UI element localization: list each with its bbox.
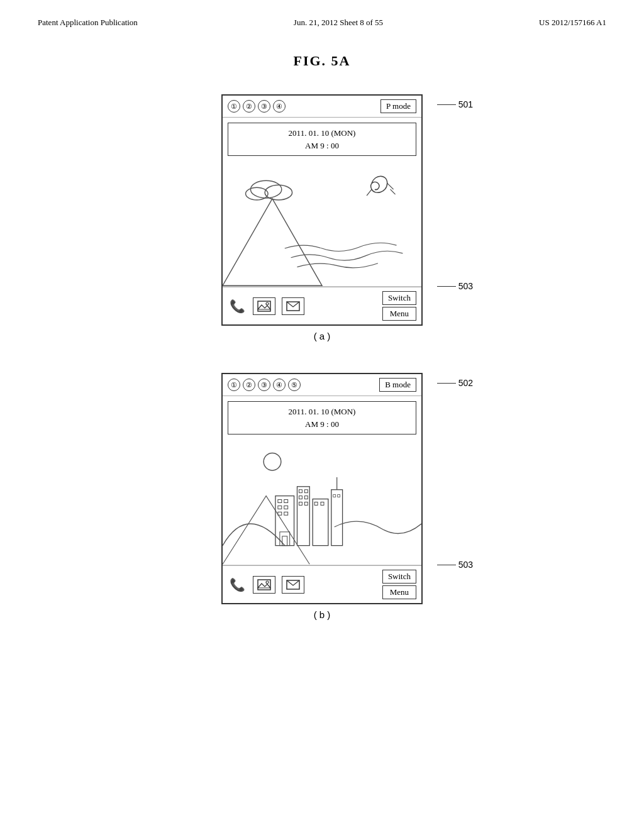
mode-box-b: B mode	[379, 378, 416, 392]
top-bar-a: ① ② ③ ④ P mode	[223, 96, 421, 118]
svg-rect-27	[314, 502, 318, 506]
bottom-icons-b: 📞	[228, 576, 304, 594]
indicator-b4: ④	[273, 379, 286, 391]
svg-rect-20	[299, 490, 302, 493]
svg-rect-28	[321, 502, 324, 506]
diagram-a-wrapper: ① ② ③ ④ P mode 2011. 01. 10 (MON) AM 9 :…	[221, 94, 423, 341]
datetime-line1-b: 2011. 01. 10 (MON)	[236, 406, 408, 418]
bottom-bar-a: 📞	[223, 287, 421, 324]
annotation-501-line	[437, 104, 456, 105]
diagram-b-label: ( b )	[314, 609, 331, 620]
indicator-b3: ③	[258, 379, 270, 391]
annotation-502-label: 502	[458, 378, 473, 388]
svg-rect-23	[304, 496, 308, 499]
annotation-503-a: 503	[437, 281, 473, 291]
annotation-503-b: 503	[437, 560, 473, 570]
mode-box-a: P mode	[380, 99, 416, 113]
switch-button-a[interactable]: Switch	[382, 291, 416, 305]
annotation-503-b-line	[437, 565, 456, 565]
svg-rect-32	[338, 495, 340, 497]
diagram-a-container: ① ② ③ ④ P mode 2011. 01. 10 (MON) AM 9 :…	[221, 94, 423, 326]
svg-rect-18	[284, 512, 288, 515]
header-center: Jun. 21, 2012 Sheet 8 of 55	[294, 18, 383, 28]
header-left: Patent Application Publication	[38, 18, 138, 28]
screen-content-b	[223, 440, 421, 565]
mail-icon-a	[282, 297, 304, 315]
diagram-a-label: ( a )	[314, 331, 331, 341]
menu-button-b[interactable]: Menu	[382, 585, 416, 599]
svg-rect-14	[284, 500, 288, 503]
menu-button-a[interactable]: Menu	[382, 307, 416, 321]
switch-button-b[interactable]: Switch	[382, 570, 416, 584]
scene-b-svg	[223, 440, 421, 565]
svg-marker-8	[258, 305, 270, 309]
svg-line-3	[367, 189, 372, 196]
scene-a-svg	[223, 161, 421, 286]
annotation-503-a-label: 503	[458, 281, 473, 291]
screen-content-a	[223, 161, 421, 287]
annotation-503-a-line	[437, 286, 456, 287]
annotation-501: 501	[437, 99, 473, 109]
gallery-icon-a	[253, 297, 275, 315]
svg-rect-19	[297, 487, 310, 546]
phone-icon-a: 📞	[228, 297, 247, 315]
svg-marker-36	[258, 584, 270, 588]
svg-rect-31	[333, 495, 336, 497]
indicator-b2: ②	[243, 379, 255, 391]
phone-screen-b: ① ② ③ ④ ⑤ B mode 2011. 01. 10 (MON) AM 9…	[221, 373, 423, 604]
svg-rect-26	[313, 499, 328, 546]
indicator-b5: ⑤	[288, 379, 301, 391]
indicators-b: ① ② ③ ④ ⑤	[228, 379, 301, 391]
svg-rect-33	[280, 532, 290, 546]
switch-menu-b: Switch Menu	[382, 570, 416, 599]
diagram-b-wrapper: ① ② ③ ④ ⑤ B mode 2011. 01. 10 (MON) AM 9…	[221, 373, 423, 620]
datetime-box-b: 2011. 01. 10 (MON) AM 9 : 00	[228, 401, 416, 434]
datetime-box-a: 2011. 01. 10 (MON) AM 9 : 00	[228, 123, 416, 156]
bottom-bar-b: 📞	[223, 565, 421, 603]
svg-rect-25	[304, 502, 308, 506]
svg-line-5	[391, 189, 396, 194]
indicator-1: ①	[228, 100, 240, 113]
indicator-2: ②	[243, 100, 255, 113]
svg-point-37	[266, 581, 269, 584]
svg-point-9	[266, 302, 269, 305]
header-right: US 2012/157166 A1	[539, 18, 606, 28]
svg-point-1	[265, 185, 292, 200]
patent-header: Patent Application Publication Jun. 21, …	[0, 0, 644, 34]
annotation-502: 502	[437, 378, 473, 388]
svg-rect-29	[331, 490, 343, 546]
svg-rect-15	[278, 506, 282, 509]
indicator-4: ④	[273, 100, 286, 113]
svg-rect-24	[299, 502, 302, 506]
content-area: ① ② ③ ④ P mode 2011. 01. 10 (MON) AM 9 :…	[0, 94, 644, 620]
svg-rect-13	[278, 500, 282, 503]
indicator-3: ③	[258, 100, 270, 113]
annotation-502-line	[437, 383, 456, 384]
annotation-503-b-label: 503	[458, 560, 473, 570]
indicators-a: ① ② ③ ④	[228, 100, 286, 113]
svg-marker-6	[223, 199, 322, 285]
datetime-line2-a: AM 9 : 00	[236, 140, 408, 152]
svg-rect-21	[304, 490, 308, 493]
mail-icon-b	[282, 576, 304, 594]
phone-icon-b: 📞	[228, 576, 247, 594]
svg-rect-22	[299, 496, 302, 499]
svg-rect-16	[284, 506, 288, 509]
figure-title: FIG. 5A	[0, 53, 644, 69]
bottom-icons-a: 📞	[228, 297, 304, 315]
datetime-line2-b: AM 9 : 00	[236, 418, 408, 431]
svg-point-11	[264, 453, 281, 470]
indicator-b1: ①	[228, 379, 240, 391]
diagram-b-container: ① ② ③ ④ ⑤ B mode 2011. 01. 10 (MON) AM 9…	[221, 373, 423, 604]
annotation-501-label: 501	[458, 99, 473, 109]
gallery-icon-b	[253, 576, 275, 594]
switch-menu-a: Switch Menu	[382, 291, 416, 321]
svg-line-4	[387, 183, 394, 189]
top-bar-b: ① ② ③ ④ ⑤ B mode	[223, 374, 421, 396]
phone-screen-a: ① ② ③ ④ P mode 2011. 01. 10 (MON) AM 9 :…	[221, 94, 423, 326]
datetime-line1-a: 2011. 01. 10 (MON)	[236, 127, 408, 140]
